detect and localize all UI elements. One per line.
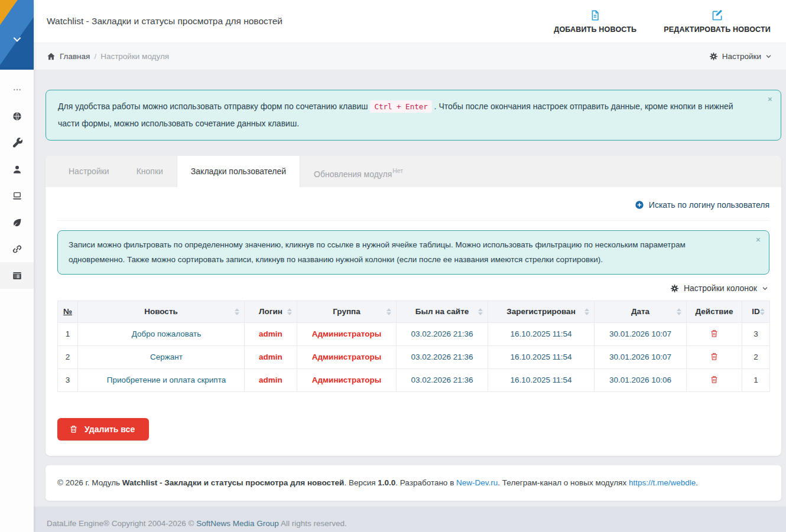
trash-icon [710,329,719,338]
sort-arrows-icon [386,308,391,315]
settings-dropdown[interactable]: Настройки [709,52,772,61]
tabstrip: Настройки Кнопки Закладки пользователей … [46,156,781,187]
add-news-button[interactable]: ДОБАВИТЬ НОВОСТЬ [554,9,636,34]
registered-link[interactable]: 16.10.2025 11:54 [510,376,571,384]
link-icon [12,244,22,254]
column-header-last-seen[interactable]: Был на сайте [397,301,488,322]
column-header-date[interactable]: Дата [595,301,687,322]
cell-registered: 16.10.2025 11:54 [488,345,595,368]
column-header-news[interactable]: Новость [78,301,245,322]
trash-icon [69,425,78,433]
date-link[interactable]: 30.01.2026 10:07 [609,329,671,338]
cell-news: Сержант [78,345,245,368]
login-link[interactable]: admin [259,329,282,338]
search-by-login-link[interactable]: Искать по логину пользователя [635,200,769,210]
group-link[interactable]: Администраторы [312,376,381,384]
cell-id: 3 [742,322,770,345]
sidebar-item-tools[interactable] [0,129,34,156]
search-by-login-label: Искать по логину пользователя [649,200,769,210]
registered-link[interactable]: 16.10.2025 11:54 [510,329,571,338]
edit-news-button[interactable]: РЕДАКТИРОВАТЬ НОВОСТИ [664,9,771,34]
sidebar-item-site[interactable] [0,103,34,129]
globe-icon [12,111,22,122]
sidebar-item-module-list[interactable] [0,262,34,289]
tab-module-updates[interactable]: Обновления модуляНет [300,156,417,187]
table-header-row: № Новость Логин Группа Был на сайте Заре… [58,301,770,322]
column-header-registered[interactable]: Зарегистрирован [488,301,595,322]
sidebar-item-more[interactable] [0,76,34,103]
cell-login: admin [245,345,297,368]
columns-row: Настройки колонок [57,283,768,295]
filter-hint-alert: Записи можно фильтровать по определенном… [57,230,769,275]
tab-panel-body: Искать по логину пользователя Записи мож… [46,187,781,456]
delete-all-button[interactable]: Удалить все [57,418,149,440]
group-link[interactable]: Администраторы [312,353,381,361]
breadcrumb-current: Настройки модуля [100,52,169,61]
column-header-group[interactable]: Группа [297,301,397,322]
breadcrumb-bar: Главная / Настройки модуля Настройки [34,43,786,70]
date-link[interactable]: 30.01.2026 10:06 [609,376,671,384]
logo-panel-toggle[interactable] [0,0,34,70]
developer-link[interactable]: New-Dev.ru [456,478,498,487]
sidebar [0,0,34,532]
sidebar-nav [0,70,34,289]
close-icon[interactable]: × [756,236,761,244]
login-link[interactable]: admin [259,353,282,361]
trash-icon [710,375,719,384]
column-header-id[interactable]: ID [742,301,770,322]
group-link[interactable]: Администраторы [312,329,381,338]
last-seen-link[interactable]: 03.02.2026 21:36 [411,353,473,361]
leaf-icon [12,217,22,228]
plus-circle-icon [635,200,644,210]
last-seen-link[interactable]: 03.02.2026 21:36 [411,376,473,384]
cell-date: 30.01.2026 10:07 [595,322,687,345]
columns-settings-dropdown[interactable]: Настройки колонок [670,283,768,293]
cell-id: 1 [742,368,770,391]
sort-arrows-icon [760,308,765,315]
column-header-action: Действие [687,301,742,322]
softnews-link[interactable]: SoftNews Media Group [196,519,279,528]
news-link[interactable]: Приобретение и оплата скрипта [107,376,226,384]
cell-num: 1 [58,322,78,345]
sort-arrows-icon [677,308,681,315]
module-panel: Настройки Кнопки Закладки пользователей … [46,156,781,456]
delete-row-button[interactable] [710,375,719,384]
tab-buttons[interactable]: Кнопки [123,156,177,187]
footer-module-name: Watchlist - Закладки и статусы просмотра… [122,478,345,487]
sidebar-item-users[interactable] [0,156,34,182]
sidebar-item-plugins[interactable] [0,209,34,236]
column-header-login[interactable]: Логин [245,301,297,322]
date-link[interactable]: 30.01.2026 10:07 [609,353,671,361]
cell-last-seen: 03.02.2026 21:36 [397,368,488,391]
bottom-band: DataLife Engine® Copyright 2004-2026 © S… [34,507,786,532]
news-link[interactable]: Сержант [150,353,183,361]
login-link[interactable]: admin [259,376,282,384]
last-seen-link[interactable]: 03.02.2026 21:36 [411,329,473,338]
chevron-down-icon [13,34,21,42]
cell-login: admin [245,322,297,345]
edit-news-label: РЕДАКТИРОВАТЬ НОВОСТИ [664,25,771,34]
tab-updates-badge: Нет [392,167,403,174]
table-row: 2 Сержант admin Администраторы 03.02.202… [58,345,770,368]
delete-all-label: Удалить все [85,425,135,434]
tab-user-bookmarks[interactable]: Закладки пользователей [177,156,300,187]
list-table-icon [12,270,22,281]
news-link[interactable]: Добро пожаловать [132,329,202,338]
column-header-num[interactable]: № [58,301,78,322]
registered-link[interactable]: 16.10.2025 11:54 [510,353,571,361]
delete-row-button[interactable] [710,352,719,361]
close-icon[interactable]: × [768,95,772,103]
wrench-icon [12,138,22,148]
home-icon [47,52,56,61]
telegram-link[interactable]: https://t.me/webdle [629,478,696,487]
delete-row-button[interactable] [710,329,719,338]
alert-text-before: Для удобства работы можно использовать о… [58,102,370,111]
cell-date: 30.01.2026 10:06 [595,368,687,391]
cell-action [687,322,742,345]
sidebar-item-links[interactable] [0,236,34,262]
cell-action [687,368,742,391]
sidebar-item-system[interactable] [0,182,34,209]
cell-group: Администраторы [297,368,397,391]
breadcrumb-home-link[interactable]: Главная [47,52,90,61]
tab-settings[interactable]: Настройки [55,156,123,187]
